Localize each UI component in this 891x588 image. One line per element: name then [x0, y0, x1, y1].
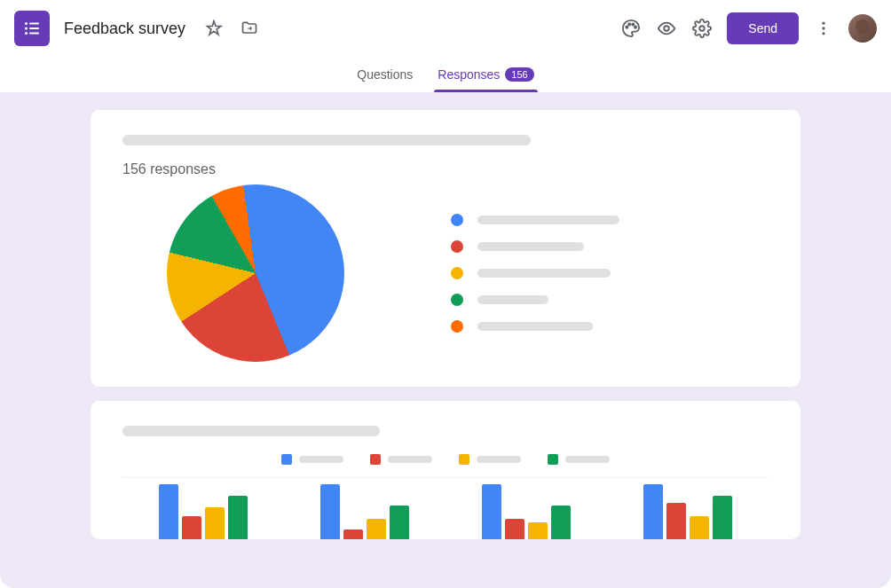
bar-group — [159, 484, 248, 539]
bar-legend — [122, 454, 769, 474]
bar — [643, 484, 663, 539]
legend-item — [451, 240, 619, 253]
legend-label-placeholder — [477, 269, 611, 278]
palette-icon — [621, 19, 641, 38]
gear-icon — [692, 19, 712, 38]
legend-item — [451, 320, 619, 333]
folder-move-icon — [240, 20, 258, 37]
star-icon — [205, 20, 223, 37]
svg-point-13 — [822, 27, 824, 29]
bar-legend-item — [548, 454, 610, 465]
bar — [159, 484, 178, 539]
legend-square — [459, 454, 469, 465]
legend-square — [370, 454, 381, 465]
legend-dot — [451, 294, 463, 306]
svg-rect-1 — [29, 23, 39, 25]
bar — [182, 516, 201, 539]
bar-group — [643, 484, 732, 539]
legend-label-placeholder — [477, 295, 548, 304]
svg-point-11 — [700, 26, 706, 31]
bar — [482, 484, 501, 539]
eye-icon — [657, 19, 676, 38]
document-title[interactable]: Feedback survey — [64, 20, 185, 38]
legend-dot — [451, 320, 463, 333]
bar — [343, 529, 363, 539]
bar — [205, 507, 225, 539]
bar — [320, 484, 340, 539]
bar-chart — [122, 477, 769, 539]
bar — [690, 516, 709, 539]
workspace: 156 responses — [0, 92, 891, 588]
legend-label-placeholder — [565, 456, 610, 463]
tab-responses-label: Responses — [438, 67, 500, 82]
legend-square — [281, 454, 292, 465]
summary-card: 156 responses — [91, 110, 800, 387]
svg-rect-5 — [29, 33, 39, 35]
legend-dot — [451, 267, 463, 279]
bar — [390, 506, 409, 539]
bar — [666, 503, 686, 539]
move-folder-button[interactable] — [232, 11, 267, 46]
legend-dot — [451, 214, 463, 226]
legend-item — [451, 294, 619, 306]
bar — [713, 496, 732, 539]
pie-legend — [451, 214, 619, 333]
send-button[interactable]: Send — [727, 12, 799, 44]
question-title-placeholder — [122, 135, 531, 145]
legend-item — [451, 214, 619, 226]
svg-point-12 — [822, 22, 824, 25]
bar-legend-item — [281, 454, 343, 465]
svg-point-9 — [635, 27, 636, 28]
legend-square — [548, 454, 558, 465]
legend-label-placeholder — [477, 322, 593, 331]
svg-point-14 — [822, 32, 824, 35]
svg-point-7 — [628, 23, 630, 25]
svg-rect-2 — [25, 27, 28, 30]
account-avatar[interactable] — [848, 14, 877, 43]
bar — [528, 522, 548, 539]
tab-bar: Questions Responses 156 — [0, 57, 891, 92]
pie-chart — [167, 184, 344, 362]
legend-label-placeholder — [388, 456, 432, 463]
legend-item — [451, 267, 619, 279]
legend-label-placeholder — [299, 456, 343, 463]
svg-point-8 — [632, 23, 634, 25]
more-vert-icon — [815, 20, 832, 37]
star-button[interactable] — [196, 11, 232, 46]
bar — [551, 506, 571, 539]
more-button[interactable] — [806, 11, 841, 46]
tab-questions[interactable]: Questions — [344, 57, 425, 92]
legend-label-placeholder — [477, 242, 584, 251]
preview-button[interactable] — [649, 11, 684, 46]
responses-count-text: 156 responses — [122, 161, 769, 177]
list-icon — [23, 20, 41, 37]
theme-button[interactable] — [613, 11, 649, 46]
responses-count-badge: 156 — [505, 67, 533, 82]
svg-point-10 — [665, 26, 670, 31]
question-title-placeholder — [122, 426, 380, 436]
bar-group — [482, 484, 571, 539]
tab-responses[interactable]: Responses 156 — [425, 57, 546, 92]
svg-rect-0 — [25, 22, 28, 25]
svg-rect-4 — [25, 32, 28, 35]
svg-point-6 — [627, 27, 628, 28]
legend-label-placeholder — [477, 456, 521, 463]
bar-legend-item — [370, 454, 432, 465]
settings-button[interactable] — [684, 11, 720, 46]
bar-legend-item — [459, 454, 521, 465]
svg-rect-3 — [29, 27, 39, 29]
bar — [367, 519, 386, 539]
forms-logo[interactable] — [14, 11, 50, 46]
legend-dot — [451, 240, 463, 253]
bar — [228, 496, 248, 539]
legend-label-placeholder — [477, 216, 619, 224]
app-header: Feedback survey Send — [0, 0, 891, 57]
bar-group — [320, 484, 409, 539]
bar — [505, 519, 524, 539]
bar-card — [91, 401, 800, 539]
